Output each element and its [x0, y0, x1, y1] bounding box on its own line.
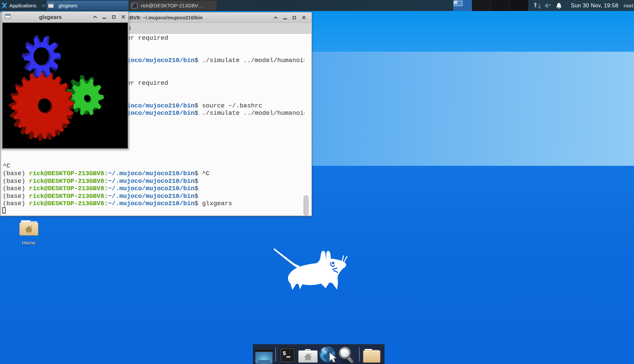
- svg-text:$: $: [283, 350, 286, 357]
